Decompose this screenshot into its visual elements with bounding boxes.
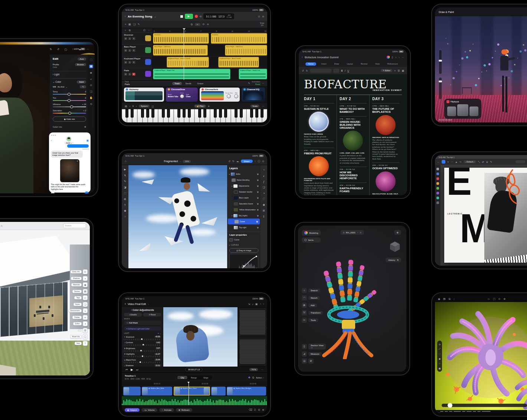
detach-icon[interactable]: ⎘ xyxy=(254,408,256,411)
layer-row[interactable]: Sweater recolor◉ xyxy=(227,189,261,195)
record-button[interactable] xyxy=(195,15,198,18)
zoom-level[interactable]: 74 % xyxy=(249,368,258,371)
settings-icon[interactable]: ⊙ xyxy=(258,15,260,18)
flip-icon[interactable]: ⇄ xyxy=(482,161,484,163)
undo-icon[interactable]: ↺ xyxy=(302,69,304,72)
split-icon[interactable]: ⊟ xyxy=(258,408,260,411)
timeline-clip[interactable]: ▤ Skyline_Blue_Wide xyxy=(142,387,172,396)
flipbook-panel[interactable]: Flipbook xyxy=(444,99,481,119)
piano-key-black[interactable] xyxy=(255,109,259,118)
window-controls[interactable] xyxy=(51,134,89,136)
shape-tool-icon[interactable] xyxy=(436,187,439,190)
viewer[interactable] xyxy=(163,307,238,367)
project-title[interactable]: Video Final Edit xyxy=(128,303,146,305)
piano-key-black[interactable] xyxy=(250,109,253,118)
style-select[interactable]: ‹ Default › xyxy=(464,160,476,163)
piano-key-black[interactable] xyxy=(125,109,129,118)
animation-canvas[interactable]: Flipbook 00:00:03.019 xyxy=(435,16,527,122)
piano-key-black[interactable] xyxy=(141,109,144,118)
animate-button[interactable]: ◔ Animate xyxy=(159,408,174,412)
piano-key-black[interactable] xyxy=(224,109,228,118)
wb-value[interactable]: As shot xyxy=(58,86,64,88)
sidebar-item-scenes[interactable]: Scenes▤ xyxy=(72,289,88,294)
more-icon[interactable]: ⋯ xyxy=(262,82,264,85)
color-wheel-icon[interactable] xyxy=(387,56,390,59)
tool-add[interactable]: ⊞Add xyxy=(302,303,323,308)
select-tool-icon[interactable]: ▲ xyxy=(455,161,458,163)
timeline-clip[interactable] xyxy=(211,387,226,396)
system-button[interactable]: System xyxy=(139,105,149,108)
files-icon[interactable]: ▤ xyxy=(443,298,446,301)
play-button[interactable]: ▶ xyxy=(185,14,193,19)
piano-key-black[interactable] xyxy=(203,109,207,118)
materials-icon[interactable]: ◉ xyxy=(83,282,88,287)
info-icon[interactable]: ⓘ xyxy=(258,160,260,163)
pen-tool-icon[interactable] xyxy=(436,173,439,175)
hide-icon[interactable]: ⊘ xyxy=(308,358,314,364)
photo-attachment[interactable]: × xyxy=(60,159,79,182)
track-header-bass[interactable]: Bass Player MSR xyxy=(122,45,153,56)
volume-button[interactable]: ◁» Volume xyxy=(141,408,157,412)
font-size-select[interactable] xyxy=(333,69,339,73)
piano-key-black[interactable] xyxy=(131,109,134,118)
sidebar-item-help[interactable]: Help? xyxy=(75,341,88,346)
cloud-icon[interactable]: ☁ xyxy=(79,48,81,52)
frame-icon[interactable]: ⬚ xyxy=(439,352,441,355)
temp-slider[interactable]: Temp0 xyxy=(53,91,86,95)
toolbar-pill[interactable] xyxy=(515,160,525,163)
stop-icon[interactable]: ▢ xyxy=(493,298,495,301)
lens-icon[interactable]: ☉ xyxy=(439,362,441,365)
add-track-icon[interactable]: ＋ xyxy=(124,29,127,32)
editors-icon[interactable]: ❏ xyxy=(133,23,135,26)
export-panel-icon[interactable]: ↥ xyxy=(263,215,265,218)
reset-button[interactable]: ↺ Reset xyxy=(143,313,161,316)
automation-pen-icon[interactable]: ✎ xyxy=(248,82,250,85)
measure-button[interactable]: ⊿Measure xyxy=(302,351,326,357)
skip-back-icon[interactable]: ⏮ xyxy=(125,368,128,371)
piano-key-black[interactable] xyxy=(183,109,186,118)
piano-key-black[interactable] xyxy=(151,109,155,118)
history-icon[interactable]: ⟲ xyxy=(90,103,92,106)
info-icon[interactable]: ⓘ xyxy=(65,48,67,52)
tab-edge[interactable]: Edge xyxy=(200,376,212,379)
cycle-icon[interactable]: ⟲ xyxy=(200,15,202,18)
midi-region[interactable]: Keyboard Player - Block Chords xyxy=(218,57,259,68)
tool-transform[interactable]: ⤱Transform xyxy=(302,310,323,315)
disable-button[interactable]: ◑ Disable xyxy=(124,313,142,316)
share-button[interactable]: Share xyxy=(241,160,253,163)
font-select[interactable] xyxy=(310,69,331,73)
midi-region[interactable]: Bass Player - Odd Disco xyxy=(225,45,267,56)
transform-icon[interactable]: ⤡ xyxy=(478,161,480,163)
exposure-slider[interactable]: ☀ Exposure45.59 xyxy=(124,336,161,340)
more-icon[interactable]: ⋯ xyxy=(451,161,453,163)
highlights-slider[interactable]: ✹ Highlights11.27 xyxy=(124,353,161,357)
piano-key-black[interactable] xyxy=(146,109,150,118)
more-icon[interactable]: ⋯ xyxy=(261,368,264,371)
sidebar-item-soften[interactable]: Soften◑ xyxy=(73,321,88,326)
design-canvas[interactable]: E LECTRONIC M USIC xyxy=(441,165,527,266)
collapse-icon[interactable]: ⊡ xyxy=(143,29,145,32)
italic-button[interactable]: I xyxy=(345,69,346,72)
menu-icon[interactable]: ≡ xyxy=(447,161,449,163)
piano-key-black[interactable] xyxy=(214,109,217,118)
render-icon[interactable]: ◔ xyxy=(259,303,261,305)
brush-tool-icon[interactable] xyxy=(436,177,439,180)
remove-attachment-icon[interactable]: × xyxy=(76,160,79,163)
fx-icon[interactable]: ƒ xyxy=(263,180,265,183)
eyedropper-icon[interactable]: ✎ xyxy=(80,85,86,88)
draft-text[interactable]: This might be the one! I made some quick… xyxy=(51,183,86,191)
frame-thumbnail-current[interactable] xyxy=(457,104,468,116)
layer-row[interactable]: Saturation boost◉ xyxy=(227,201,261,207)
glove-model[interactable] xyxy=(313,244,395,359)
adjust-icon[interactable]: ◑ xyxy=(263,192,265,194)
brush-icon[interactable]: ✎ xyxy=(490,161,492,163)
shadows-icon[interactable]: ◗ xyxy=(83,276,88,281)
add-layer-icon[interactable]: ＋ xyxy=(263,168,265,172)
video-call-icon[interactable]: ▣ xyxy=(86,139,89,142)
delete-icon[interactable]: ⌫ xyxy=(249,408,252,411)
keyboard-icon[interactable]: ▤ xyxy=(125,105,127,108)
mixer-icon[interactable]: ▦ xyxy=(128,23,131,26)
black-point-slider[interactable]: ◍ Black Point15.44 xyxy=(124,359,161,363)
home-icon[interactable]: ⌂ xyxy=(125,160,127,163)
camera-icon[interactable]: ▣ xyxy=(255,303,258,305)
